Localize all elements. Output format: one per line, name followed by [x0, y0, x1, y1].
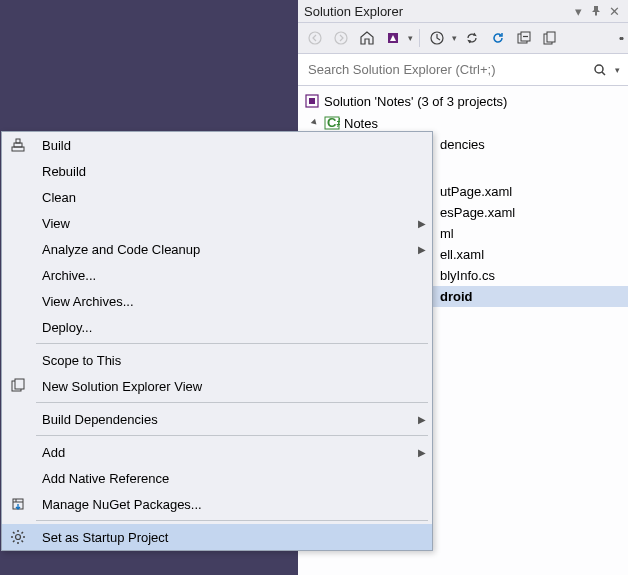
search-input[interactable] [300, 56, 585, 83]
svg-point-19 [16, 535, 21, 540]
pending-changes-button[interactable] [426, 27, 448, 49]
menu-label: Archive... [34, 268, 432, 283]
submenu-arrow-icon: ▶ [412, 244, 432, 255]
svg-rect-15 [16, 139, 20, 143]
pin-icon[interactable] [588, 3, 604, 19]
collapse-all-button[interactable] [513, 27, 535, 49]
menu-label: Set as Startup Project [34, 530, 432, 545]
show-all-files-button[interactable] [539, 27, 561, 49]
svg-rect-13 [12, 147, 24, 151]
tree-label: Solution 'Notes' (3 of 3 projects) [324, 94, 507, 109]
context-menu: Build Rebuild Clean View▶ Analyze and Co… [1, 131, 433, 551]
tree-label: Notes [344, 116, 378, 131]
refresh-button[interactable] [487, 27, 509, 49]
sync-button[interactable] [461, 27, 483, 49]
menu-separator [36, 520, 428, 521]
tree-solution-node[interactable]: Solution 'Notes' (3 of 3 projects) [298, 90, 628, 112]
submenu-arrow-icon: ▶ [412, 218, 432, 229]
menu-label: Add Native Reference [34, 471, 432, 486]
menu-nuget[interactable]: Manage NuGet Packages... [2, 491, 432, 517]
menu-build[interactable]: Build [2, 132, 432, 158]
menu-analyze[interactable]: Analyze and Code Cleanup▶ [2, 236, 432, 262]
menu-rebuild[interactable]: Rebuild [2, 158, 432, 184]
tree-label: blyInfo.cs [440, 268, 495, 283]
menu-label: Analyze and Code Cleanup [34, 242, 412, 257]
dropdown-icon[interactable]: ▾ [570, 3, 586, 19]
panel-title: Solution Explorer [304, 4, 570, 19]
back-button [304, 27, 326, 49]
menu-separator [36, 435, 428, 436]
expander-icon[interactable] [308, 116, 322, 130]
menu-label: View [34, 216, 412, 231]
tree-label: ml [440, 226, 454, 241]
menu-label: Clean [34, 190, 432, 205]
menu-label: New Solution Explorer View [34, 379, 432, 394]
toolbar: ▾ ▾ •• [298, 23, 628, 54]
menu-label: Scope to This [34, 353, 432, 368]
menu-view-archives[interactable]: View Archives... [2, 288, 432, 314]
menu-label: Add [34, 445, 412, 460]
tree-label: ell.xaml [440, 247, 484, 262]
svg-rect-14 [14, 143, 22, 147]
menu-label: Rebuild [34, 164, 432, 179]
menu-label: Manage NuGet Packages... [34, 497, 432, 512]
svg-rect-10 [309, 98, 315, 104]
close-icon[interactable]: ✕ [606, 3, 622, 19]
menu-view[interactable]: View▶ [2, 210, 432, 236]
menu-deploy[interactable]: Deploy... [2, 314, 432, 340]
svg-point-1 [335, 32, 347, 44]
home-button[interactable] [356, 27, 378, 49]
menu-archive[interactable]: Archive... [2, 262, 432, 288]
search-dropdown-icon[interactable]: ▾ [615, 65, 626, 75]
menu-scope[interactable]: Scope to This [2, 347, 432, 373]
svg-rect-7 [547, 32, 555, 42]
nuget-icon [10, 496, 26, 512]
menu-label: Deploy... [34, 320, 432, 335]
svg-point-8 [595, 65, 603, 73]
svg-rect-17 [15, 379, 24, 389]
menu-separator [36, 402, 428, 403]
panel-titlebar: Solution Explorer ▾ ✕ [298, 0, 628, 23]
menu-label: Build Dependencies [34, 412, 412, 427]
menu-new-view[interactable]: New Solution Explorer View [2, 373, 432, 399]
svg-point-0 [309, 32, 321, 44]
overflow-icon[interactable]: •• [619, 33, 622, 44]
menu-label: Build [34, 138, 432, 153]
solution-icon [304, 93, 320, 109]
menu-add[interactable]: Add▶ [2, 439, 432, 465]
tree-label: droid [440, 289, 473, 304]
tree-label: dencies [440, 137, 485, 152]
build-icon [10, 137, 26, 153]
search-box[interactable]: ▾ [298, 54, 628, 86]
tree-label: esPage.xaml [440, 205, 515, 220]
tree-label: utPage.xaml [440, 184, 512, 199]
menu-separator [36, 343, 428, 344]
search-icon[interactable] [585, 63, 615, 77]
menu-clean[interactable]: Clean [2, 184, 432, 210]
menu-startup[interactable]: Set as Startup Project [2, 524, 432, 550]
svg-text:C#: C# [327, 115, 340, 130]
forward-button [330, 27, 352, 49]
menu-build-deps[interactable]: Build Dependencies▶ [2, 406, 432, 432]
gear-icon [10, 529, 26, 545]
submenu-arrow-icon: ▶ [412, 414, 432, 425]
csharp-icon: C# [324, 115, 340, 131]
switch-views-button[interactable] [382, 27, 404, 49]
menu-add-native[interactable]: Add Native Reference [2, 465, 432, 491]
new-view-icon [10, 378, 26, 394]
submenu-arrow-icon: ▶ [412, 447, 432, 458]
menu-label: View Archives... [34, 294, 432, 309]
